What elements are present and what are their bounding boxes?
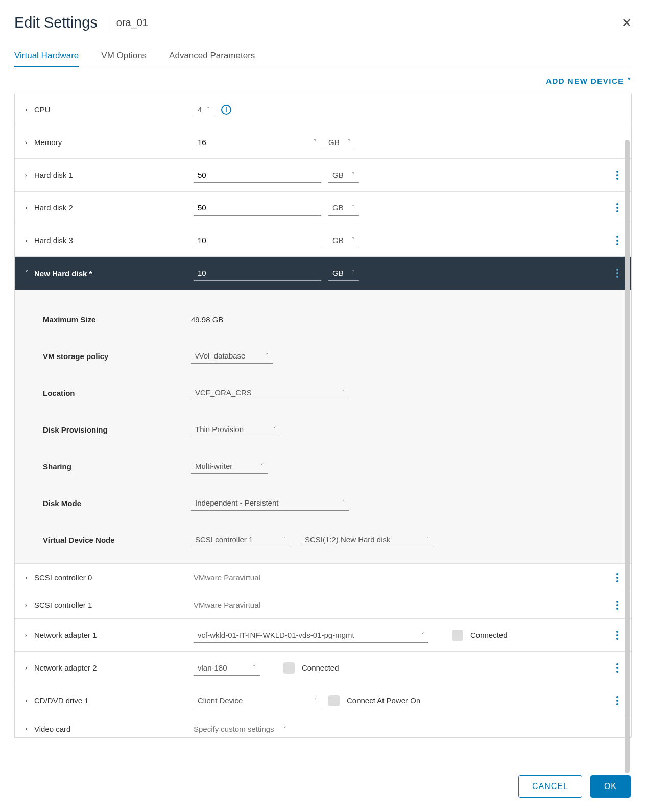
chevron-down-icon: ˅ [283, 536, 286, 543]
chevron-down-icon: ˅ [273, 426, 276, 433]
disk2-actions-menu[interactable] [610, 203, 625, 212]
dialog-header: Edit Settings ora_01 ✕ [14, 14, 632, 31]
cddvd-device-select[interactable]: Client Device ˅ [194, 693, 321, 708]
nic1-network-select[interactable]: vcf-wkld-01-IT-INF-WKLD-01-vds-01-pg-mgm… [194, 628, 428, 643]
chevron-right-icon: › [25, 602, 31, 609]
chevron-down-icon: ˅ [352, 172, 355, 178]
disk-mode-label: Disk Mode [43, 499, 191, 508]
chevron-right-icon: › [25, 697, 31, 704]
nic1-network: vcf-wkld-01-IT-INF-WKLD-01-vds-01-pg-mgm… [198, 631, 354, 639]
disk1-size-input[interactable] [194, 168, 321, 183]
disk3-label: Hard disk 3 [34, 236, 73, 245]
vdn-controller-select[interactable]: SCSI controller 1 ˅ [191, 532, 291, 547]
row-new-hard-disk: ˅ New Hard disk * GB ˅ [15, 257, 631, 290]
nic1-label: Network adapter 1 [34, 631, 97, 639]
expand-nic-1[interactable]: › Network adapter 1 [25, 631, 194, 639]
video-desc: Specify custom settings [194, 725, 274, 733]
row-hard-disk-1: › Hard disk 1 GB ˅ [15, 159, 631, 192]
expand-nic-2[interactable]: › Network adapter 2 [25, 663, 194, 672]
row-hard-disk-2: › Hard disk 2 GB ˅ [15, 192, 631, 224]
memory-unit-select[interactable]: GB ˅ [324, 135, 355, 150]
new-disk-unit-select[interactable]: GB ˅ [328, 266, 359, 281]
scrollbar[interactable] [625, 140, 630, 773]
disk2-unit: GB [332, 203, 344, 212]
ok-button[interactable]: OK [590, 775, 631, 798]
new-disk-actions-menu[interactable] [610, 269, 625, 278]
sharing-select[interactable]: Multi-writer ˅ [191, 459, 268, 474]
disk3-unit-select[interactable]: GB ˅ [328, 233, 359, 248]
row-memory: › Memory ˅ GB ˅ [15, 126, 631, 159]
cpu-count-select[interactable]: 4 ˅ [194, 102, 214, 117]
vdn-label: Virtual Device Node [43, 536, 191, 544]
video-label: Video card [34, 725, 70, 733]
scsi0-actions-menu[interactable] [610, 573, 625, 582]
chevron-down-icon: ˅ [352, 204, 355, 211]
disk1-unit-select[interactable]: GB ˅ [328, 168, 359, 183]
cddvd-actions-menu[interactable] [610, 696, 625, 705]
chevron-down-icon: ˅ [266, 352, 269, 359]
disk2-unit-select[interactable]: GB ˅ [328, 200, 359, 216]
expand-video-card[interactable]: › Video card [25, 725, 194, 733]
cancel-button[interactable]: CANCEL [518, 775, 582, 798]
scsi0-desc: VMware Paravirtual [194, 573, 600, 582]
chevron-down-icon: ˅ [283, 726, 286, 732]
storage-policy-select[interactable]: vVol_database ˅ [191, 348, 273, 364]
tab-advanced-parameters[interactable]: Advanced Parameters [169, 45, 255, 67]
disk2-size-input[interactable] [194, 200, 321, 216]
expand-hard-disk-3[interactable]: › Hard disk 3 [25, 236, 194, 245]
nic1-connected-checkbox[interactable] [452, 630, 463, 641]
chevron-right-icon: › [25, 237, 31, 244]
row-hard-disk-3: › Hard disk 3 GB ˅ [15, 224, 631, 257]
provisioning-select[interactable]: Thin Provision ˅ [191, 422, 280, 437]
cpu-label: CPU [34, 105, 51, 114]
disk3-size-input[interactable] [194, 233, 321, 248]
expand-scsi-0[interactable]: › SCSI controller 0 [25, 573, 194, 582]
nic1-connected-label: Connected [470, 631, 508, 639]
expand-cpu[interactable]: › CPU [25, 105, 194, 114]
disk1-actions-menu[interactable] [610, 171, 625, 180]
info-icon[interactable]: i [221, 105, 231, 115]
memory-input[interactable] [194, 135, 321, 150]
video-settings-select[interactable]: Specify custom settings ˅ [194, 725, 286, 733]
add-device-label: ADD NEW DEVICE [546, 77, 624, 85]
expand-scsi-1[interactable]: › SCSI controller 1 [25, 601, 194, 609]
tab-virtual-hardware[interactable]: Virtual Hardware [14, 45, 79, 67]
chevron-right-icon: › [25, 725, 31, 732]
sharing-label: Sharing [43, 462, 191, 471]
nic1-actions-menu[interactable] [610, 631, 625, 640]
cpu-value: 4 [198, 105, 202, 114]
chevron-down-icon: ˅ [25, 270, 31, 277]
disk1-label: Hard disk 1 [34, 171, 73, 179]
row-scsi-0: › SCSI controller 0 VMware Paravirtual [15, 564, 631, 591]
dialog-footer: CANCEL OK [518, 775, 631, 798]
cddvd-connect-checkbox[interactable] [328, 695, 340, 706]
row-nic-2: › Network adapter 2 vlan-180 ˅ Connected [15, 652, 631, 684]
chevron-right-icon: › [25, 632, 31, 639]
memory-unit: GB [328, 138, 340, 147]
expand-memory[interactable]: › Memory [25, 138, 194, 147]
tab-vm-options[interactable]: VM Options [101, 45, 147, 67]
vdn-slot-value: SCSI(1:2) New Hard disk [305, 535, 391, 544]
max-size-label: Maximum Size [43, 315, 191, 324]
location-select[interactable]: VCF_ORA_CRS ˅ [191, 385, 349, 400]
close-icon[interactable]: ✕ [621, 16, 632, 30]
expand-hard-disk-1[interactable]: › Hard disk 1 [25, 171, 194, 179]
vdn-slot-select[interactable]: SCSI(1:2) New Hard disk ˅ [301, 532, 434, 547]
nic2-network-select[interactable]: vlan-180 ˅ [194, 660, 260, 676]
add-new-device-button[interactable]: ADD NEW DEVICE ˅ [546, 77, 632, 85]
chevron-right-icon: › [25, 574, 31, 581]
location-value: VCF_ORA_CRS [195, 388, 252, 397]
collapse-new-hard-disk[interactable]: ˅ New Hard disk * [25, 269, 194, 278]
nic2-connected-checkbox[interactable] [283, 662, 295, 674]
expand-hard-disk-2[interactable]: › Hard disk 2 [25, 203, 194, 212]
new-disk-size-input[interactable] [194, 266, 321, 281]
row-video-card: › Video card Specify custom settings ˅ [15, 717, 631, 737]
new-disk-details: Maximum Size 49.98 GB VM storage policy … [15, 290, 631, 564]
disk3-actions-menu[interactable] [610, 236, 625, 245]
scsi1-actions-menu[interactable] [610, 601, 625, 610]
new-disk-label: New Hard disk * [34, 269, 92, 278]
nic2-actions-menu[interactable] [610, 663, 625, 673]
disk-mode-select[interactable]: Independent - Persistent ˅ [191, 495, 349, 511]
expand-cddvd[interactable]: › CD/DVD drive 1 [25, 696, 194, 705]
disk-mode-value: Independent - Persistent [195, 498, 278, 507]
